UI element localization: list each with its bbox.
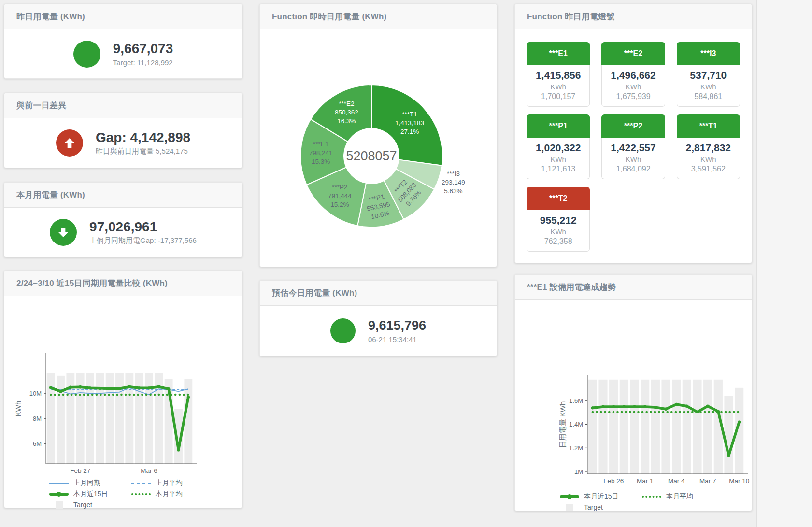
light-tile-***E2: ***E21,496,662KWh1,675,939 [601, 42, 665, 107]
light-tile-***T1: ***T12,817,832KWh3,591,562 [677, 114, 740, 179]
legend-label: 本月平均 [156, 490, 183, 499]
target-bar [588, 380, 597, 474]
tile-target: 1,121,613 [529, 165, 587, 173]
target-bar [609, 380, 618, 474]
card-lights-title: Function 昨日用電燈號 [527, 11, 614, 22]
tile-unit: KWh [529, 83, 587, 91]
card-gap-header: 與前一日差異 [4, 93, 242, 118]
day-gap-value: Gap: 4,142,898 [96, 130, 190, 145]
tile-target: 1,700,157 [529, 92, 587, 101]
card-e1-trend: ***E1 設備用電達成趨勢 1M1.2M1.4M1.6MFeb 26Mar 1… [514, 274, 752, 511]
x-tick-label: Feb 27 [70, 467, 90, 474]
light-tile-***P2: ***P21,422,557KWh1,684,092 [601, 114, 665, 179]
legend-label: Target [73, 501, 92, 509]
tile-target: 762,358 [529, 237, 587, 246]
tile-body: 1,415,856KWh1,700,157 [527, 65, 590, 107]
card-donut-header: Function 即時日用電量 (KWh) [260, 4, 497, 29]
legend-item-本月平均[interactable]: 本月平均 [131, 490, 213, 499]
tile-label: ***T2 [527, 187, 590, 210]
card-day-gap: 與前一日差異 Gap: 4,142,898 昨日與前日用電量 5,524,175 [4, 93, 242, 168]
card-yesterday-header: 昨日用電量 (KWh) [4, 4, 242, 29]
tile-target: 1,684,092 [604, 165, 662, 173]
target-bar [620, 380, 628, 474]
legend-swatch-dotted-green [641, 496, 662, 498]
card-compare-header: 2/24~3/10 近15日同期用電量比較 (KWh) [4, 271, 242, 296]
tile-value: 537,710 [679, 70, 738, 81]
card-estimate-today: 預估今日用電量 (KWh) 9,615,796 06-21 15:34:41 [259, 280, 497, 356]
legend-item-Target[interactable]: Target [559, 503, 641, 511]
x-tick-label: Feb 26 [603, 477, 624, 484]
card-estimate-header: 預估今日用電量 (KWh) [260, 281, 497, 306]
legend-swatch-gray-square [559, 504, 580, 511]
legend-item-本月近15日[interactable]: 本月近15日 [559, 492, 641, 501]
target-bar [661, 380, 670, 474]
y-tick-label: 1.2M [569, 444, 583, 452]
card-trend-title: ***E1 設備用電達成趨勢 [527, 282, 616, 293]
status-circle-icon [73, 41, 100, 68]
legend-label: 本月近15日 [73, 490, 108, 499]
legend-item-本月近15日[interactable]: 本月近15日 [49, 490, 131, 499]
light-tile-***T2: ***T2955,212KWh762,358 [527, 187, 590, 252]
card-month-title: 本月用電量 (KWh) [16, 189, 85, 200]
legend-item-上月同期[interactable]: 上月同期 [49, 479, 131, 487]
donut-chart: ***T11,413,18327.1%***I3293,1495.63%***T… [260, 29, 497, 267]
target-bar [683, 380, 691, 474]
legend-item-上月平均[interactable]: 上月平均 [131, 479, 213, 487]
x-tick-label: Mar 6 [141, 467, 157, 474]
card-gap-title: 與前一日差異 [16, 100, 66, 111]
target-bar [106, 373, 114, 464]
right-gutter [756, 0, 812, 527]
estimate-timestamp: 06-21 15:34:41 [368, 335, 426, 343]
card-yesterday-lights: Function 昨日用電燈號 ***E11,415,856KWh1,700,1… [514, 4, 752, 263]
card-compare-chart: 2/24~3/10 近15日同期用電量比較 (KWh) 6M8M10MFeb 2… [4, 271, 242, 508]
tile-value: 1,496,662 [604, 70, 662, 81]
yesterday-usage-target: Target: 11,128,992 [113, 58, 173, 67]
day-gap-subtitle: 昨日與前日用電量 5,524,175 [96, 147, 190, 156]
card-trend-header: ***E1 設備用電達成趨勢 [515, 275, 752, 300]
legend-label: 上月同期 [73, 479, 100, 487]
estimate-value: 9,615,796 [368, 318, 426, 333]
light-tile-***E1: ***E11,415,856KWh1,700,157 [527, 42, 590, 107]
arrow-down-icon [50, 219, 77, 246]
target-bar [184, 379, 192, 464]
x-tick-label: Mar 1 [637, 477, 654, 484]
donut-label-***I3: ***I3293,1495.63% [442, 170, 465, 195]
card-yesterday-title: 昨日用電量 (KWh) [16, 11, 85, 22]
month-usage-value: 97,026,961 [89, 219, 197, 235]
trend-legend: 本月近15日本月平均Target [559, 492, 724, 513]
tile-body: 955,212KWh762,358 [527, 210, 590, 252]
legend-swatch-thick-green [559, 495, 580, 498]
legend-swatch-dotted-green [131, 493, 151, 495]
legend-item-本月平均[interactable]: 本月平均 [641, 492, 724, 501]
lights-tiles-grid: ***E11,415,856KWh1,700,157***E21,496,662… [515, 29, 752, 252]
x-tick-label: Mar 10 [729, 477, 749, 484]
target-bar [693, 380, 701, 474]
target-bar [651, 380, 660, 474]
y-axis-title: 日用電量 KWh [558, 401, 567, 448]
tile-unit: KWh [604, 83, 662, 91]
legend-label: 上月平均 [156, 479, 183, 487]
tile-label: ***P2 [601, 114, 665, 138]
tile-unit: KWh [679, 155, 738, 163]
tile-label: ***E2 [601, 42, 665, 65]
tile-value: 1,422,557 [604, 142, 662, 154]
card-estimate-title: 預估今日用電量 (KWh) [272, 287, 357, 299]
card-yesterday-usage: 昨日用電量 (KWh) 9,667,073 Target: 11,128,992 [4, 4, 242, 79]
y-tick-label: 6M [33, 440, 42, 447]
legend-swatch-thick-green [49, 493, 69, 496]
legend-item-Target[interactable]: Target [49, 501, 131, 509]
tile-value: 955,212 [529, 214, 587, 226]
tile-target: 3,591,562 [679, 165, 738, 173]
tile-value: 2,817,832 [679, 142, 738, 154]
tile-body: 2,817,832KWh3,591,562 [677, 138, 740, 179]
tile-unit: KWh [604, 155, 662, 163]
arrow-up-icon [56, 129, 83, 157]
donut-center-total: 5208057 [346, 149, 397, 163]
y-tick-label: 1M [574, 468, 583, 475]
compare-line-chart: 6M8M10MFeb 27Mar 6KWh [4, 296, 242, 477]
tile-unit: KWh [679, 83, 738, 91]
y-axis-title: KWh [14, 401, 22, 417]
x-tick-label: Mar 4 [668, 477, 685, 484]
legend-swatch-dashed-blue [131, 483, 151, 484]
tile-body: 1,496,662KWh1,675,939 [601, 65, 665, 107]
